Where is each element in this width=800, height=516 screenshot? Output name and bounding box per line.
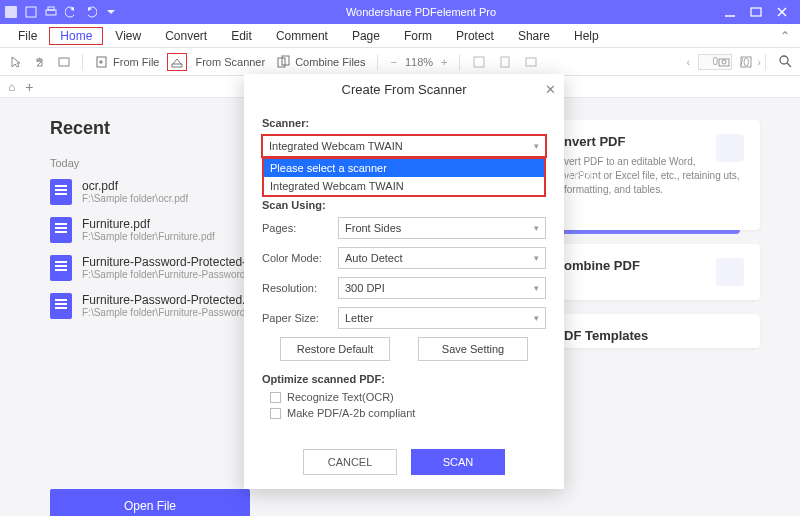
svg-rect-3 <box>48 7 54 10</box>
zoom-out-icon[interactable]: − <box>386 54 400 70</box>
from-scanner-button[interactable] <box>167 53 187 71</box>
fit-page-icon[interactable] <box>494 53 516 71</box>
read-mode-icon[interactable] <box>739 55 753 69</box>
resolution-select[interactable]: 300 DPI▾ <box>338 277 546 299</box>
scanner-value: Integrated Webcam TWAIN <box>269 140 403 152</box>
svg-rect-8 <box>59 58 69 66</box>
scan-button[interactable]: SCAN <box>411 449 505 475</box>
menu-edit[interactable]: Edit <box>219 26 264 46</box>
prev-page-icon[interactable]: ‹ <box>686 56 690 68</box>
card-title: DF Templates <box>564 328 744 343</box>
menu-help[interactable]: Help <box>562 26 611 46</box>
svg-rect-2 <box>46 10 56 15</box>
svg-point-20 <box>780 56 788 64</box>
ribbon-collapse-icon[interactable]: ⌃ <box>780 29 790 43</box>
screenshot-icon[interactable] <box>717 55 731 69</box>
menu-form[interactable]: Form <box>392 26 444 46</box>
svg-rect-19 <box>741 57 751 67</box>
chevron-down-icon: ▾ <box>534 313 539 323</box>
close-icon[interactable] <box>776 6 788 18</box>
minimize-icon[interactable] <box>724 6 736 18</box>
svg-line-21 <box>787 63 791 67</box>
pdf-file-icon <box>50 179 72 205</box>
svg-rect-15 <box>501 57 509 67</box>
menu-comment[interactable]: Comment <box>264 26 340 46</box>
menu-convert[interactable]: Convert <box>153 26 219 46</box>
toolbar: From File From Scanner Combine Files − 1… <box>0 48 800 76</box>
file-path: F:\Sample folder\ocr.pdf <box>82 193 188 204</box>
dialog-title: Create From Scanner <box>342 82 467 97</box>
menu-protect[interactable]: Protect <box>444 26 506 46</box>
pages-select[interactable]: Front Sides▾ <box>338 217 546 239</box>
scanner-select[interactable]: Integrated Webcam TWAIN ▾ Please select … <box>262 135 546 157</box>
menu-view[interactable]: View <box>103 26 153 46</box>
scanner-option[interactable]: Please select a scanner <box>264 159 544 177</box>
zoom-in-icon[interactable]: + <box>437 54 451 70</box>
qat-dropdown-icon[interactable] <box>104 5 118 19</box>
new-tab-icon[interactable]: + <box>25 79 33 95</box>
chevron-down-icon: ▾ <box>534 283 539 293</box>
menu-page[interactable]: Page <box>340 26 392 46</box>
scanner-option[interactable]: Integrated Webcam TWAIN <box>264 177 544 195</box>
actual-size-icon[interactable] <box>520 53 542 71</box>
titlebar: Wondershare PDFelement Pro <box>0 0 800 24</box>
paper-size-label: Paper Size: <box>262 312 338 324</box>
fit-width-icon[interactable] <box>468 53 490 71</box>
from-file-label: From File <box>113 56 159 68</box>
create-from-scanner-dialog: Create From Scanner ✕ Scanner: Integrate… <box>244 74 564 489</box>
restore-default-button[interactable]: Restore Default <box>280 337 390 361</box>
cancel-button[interactable]: CANCEL <box>303 449 397 475</box>
convert-icon <box>716 134 744 162</box>
ocr-checkbox[interactable]: Recognize Text(OCR) <box>270 391 546 403</box>
file-path: F:\Sample folder\Furniture.pdf <box>82 231 215 242</box>
chevron-down-icon: ▾ <box>534 141 539 151</box>
search-icon[interactable] <box>778 54 794 70</box>
combine-files-button[interactable]: Combine Files <box>273 53 369 71</box>
file-name: Furniture.pdf <box>82 217 215 231</box>
menu-share[interactable]: Share <box>506 26 562 46</box>
combine-icon <box>716 258 744 286</box>
menubar: File Home View Convert Edit Comment Page… <box>0 24 800 48</box>
svg-rect-16 <box>526 58 536 66</box>
maximize-icon[interactable] <box>750 6 762 18</box>
hand-tool-icon[interactable] <box>30 54 50 70</box>
combine-files-label: Combine Files <box>295 56 365 68</box>
pdfa-checkbox[interactable]: Make PDF/A-2b compliant <box>270 407 546 419</box>
redo-icon[interactable] <box>84 5 98 19</box>
from-file-button[interactable]: From File <box>91 53 163 71</box>
file-path: F:\Sample folder\Furniture-Password <box>82 269 261 280</box>
zoom-value: 118% <box>405 56 433 68</box>
menu-file[interactable]: File <box>6 26 49 46</box>
print-icon[interactable] <box>44 5 58 19</box>
home-tab-icon[interactable]: ⌂ <box>8 80 15 94</box>
chevron-down-icon: ▾ <box>534 223 539 233</box>
save-setting-button[interactable]: Save Setting <box>418 337 528 361</box>
save-icon[interactable] <box>24 5 38 19</box>
resolution-label: Resolution: <box>262 282 338 294</box>
pages-label: Pages: <box>262 222 338 234</box>
pdf-file-icon <box>50 293 72 319</box>
menu-home[interactable]: Home <box>49 27 103 45</box>
dialog-close-icon[interactable]: ✕ <box>545 82 556 97</box>
pdf-templates-card[interactable]: DF Templates <box>548 314 760 348</box>
svg-rect-14 <box>474 57 484 67</box>
svg-rect-5 <box>751 8 761 16</box>
svg-rect-1 <box>26 7 36 17</box>
undo-icon[interactable] <box>64 5 78 19</box>
pdf-file-icon <box>50 217 72 243</box>
scan-using-label: Scan Using: <box>262 199 546 211</box>
file-name: Furniture-Password-Protected-Co <box>82 255 261 269</box>
paper-size-select[interactable]: Letter▾ <box>338 307 546 329</box>
edit-tool-icon[interactable] <box>54 54 74 70</box>
file-path: F:\Sample folder\Furniture-Password <box>82 307 259 318</box>
color-mode-select[interactable]: Auto Detect▾ <box>338 247 546 269</box>
scanner-dropdown-list: Please select a scanner Integrated Webca… <box>262 157 546 197</box>
optimize-label: Optimize scanned PDF: <box>262 373 546 385</box>
file-name: Furniture-Password-Protected.pd <box>82 293 259 307</box>
color-mode-label: Color Mode: <box>262 252 338 264</box>
from-scanner-label-wrap[interactable]: From Scanner <box>191 54 269 70</box>
pdf-file-icon <box>50 255 72 281</box>
combine-pdf-card[interactable]: ombine PDF <box>548 244 760 300</box>
select-tool-icon[interactable] <box>6 54 26 70</box>
open-file-button[interactable]: Open File <box>50 489 250 516</box>
